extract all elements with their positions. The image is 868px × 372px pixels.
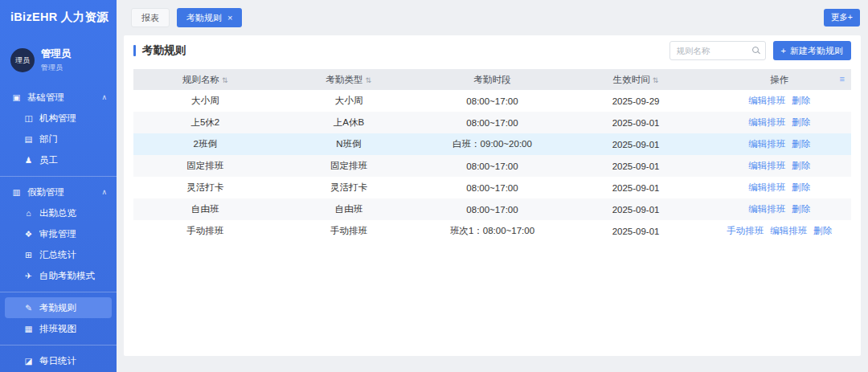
cell-period: 08:00~17:00 — [420, 155, 564, 177]
self-service-icon: ✈ — [23, 271, 35, 280]
cell-rule_name: 2班倒 — [133, 133, 277, 155]
sidebar-item-出勤总览[interactable]: ⌂出勤总览 — [0, 202, 117, 223]
rule-name-search-input[interactable] — [670, 42, 765, 59]
more-button[interactable]: 更多+ — [824, 9, 860, 27]
column-header-生效时间[interactable]: 生效时间⇅ — [564, 69, 708, 90]
sidebar-item-汇总统计[interactable]: ⊞汇总统计 — [0, 244, 117, 265]
sidebar-item-员工[interactable]: ♟员工 — [0, 149, 117, 170]
attendance-rules-table: 规则名称⇅考勤类型⇅考勤时段生效时间⇅操作≡ 大小周大小周08:00~17:00… — [133, 69, 851, 242]
action-link-编辑排班[interactable]: 编辑排班 — [748, 204, 785, 214]
sidebar-item-每日统计[interactable]: ◪每日统计 — [0, 350, 117, 371]
sort-icon[interactable]: ⇅ — [366, 76, 372, 84]
daily-stats-icon: ◪ — [23, 356, 35, 366]
cell-period: 班次1：08:00~17:00 — [420, 220, 564, 242]
sort-icon[interactable]: ⇅ — [222, 76, 228, 84]
table-wrap: 规则名称⇅考勤类型⇅考勤时段生效时间⇅操作≡ 大小周大小周08:00~17:00… — [124, 66, 861, 242]
cell-rule_name: 灵活打卡 — [133, 177, 277, 198]
sort-icon[interactable]: ⇅ — [653, 76, 659, 84]
action-link-删除[interactable]: 删除 — [813, 226, 832, 235]
cell-actions: 编辑排班删除 — [707, 133, 851, 155]
table-row[interactable]: 固定排班固定排班08:00~17:002025-09-01编辑排班删除 — [133, 155, 851, 177]
sidebar-item-机构管理[interactable]: ◫机构管理 — [0, 108, 117, 129]
sidebar-section: ▣基础管理∧◫机构管理▤部门♟员工 — [0, 84, 117, 173]
cell-period: 08:00~17:00 — [420, 177, 564, 198]
create-rule-label: 新建考勤规则 — [790, 45, 843, 57]
action-link-删除[interactable]: 删除 — [792, 182, 810, 192]
table-body: 大小周大小周08:00~17:002025-09-29编辑排班删除上5休2上A休… — [133, 90, 851, 242]
action-link-删除[interactable]: 删除 — [792, 139, 810, 149]
sidebar: iBizEHR 人力资源 理员 管理员 管理员 ▣基础管理∧◫机构管理▤部门♟员… — [0, 0, 117, 372]
table-row[interactable]: 大小周大小周08:00~17:002025-09-29编辑排班删除 — [133, 90, 851, 112]
user-profile: 理员 管理员 管理员 — [0, 25, 117, 73]
table-row[interactable]: 手动排班手动排班班次1：08:00~17:002025-09-01手动排班编辑排… — [133, 220, 851, 242]
id-card-icon: ▣ — [10, 92, 23, 102]
table-row[interactable]: 2班倒N班倒白班：09:00~20:002025-09-01编辑排班删除 — [133, 133, 851, 155]
search-icon[interactable] — [752, 47, 759, 53]
cell-actions: 编辑排班删除 — [707, 112, 851, 133]
column-settings-icon[interactable]: ≡ — [840, 74, 845, 84]
table-row[interactable]: 上5休2上A休B08:00~17:002025-09-01编辑排班删除 — [133, 112, 851, 133]
table-row[interactable]: 自由班自由班08:00~17:002025-09-01编辑排班删除 — [133, 198, 851, 220]
sidebar-item-考勤规则[interactable]: ✎考勤规则 — [5, 297, 112, 318]
user-name: 管理员 — [41, 47, 72, 61]
column-header-考勤类型[interactable]: 考勤类型⇅ — [277, 69, 421, 90]
action-link-删除[interactable]: 删除 — [792, 96, 810, 105]
action-link-删除[interactable]: 删除 — [792, 161, 810, 170]
content-card: 考勤规则 +新建考勤规则 规则名称⇅考勤类型⇅考勤时段生效时间⇅操作≡ — [124, 35, 861, 356]
tab-attendance-rules[interactable]: 考勤规则 × — [177, 8, 242, 27]
sidebar-item-部门[interactable]: ▤部门 — [0, 129, 117, 149]
avatar: 理员 — [10, 48, 35, 72]
action-link-编辑排班[interactable]: 编辑排班 — [748, 96, 785, 105]
action-link-编辑排班[interactable]: 编辑排班 — [748, 139, 785, 149]
action-link-编辑排班[interactable]: 编辑排班 — [748, 117, 785, 127]
action-link-手动排班[interactable]: 手动排班 — [727, 226, 764, 235]
cell-effective_date: 2025-09-01 — [564, 112, 708, 133]
sidebar-item-label: 审批管理 — [39, 228, 76, 240]
sidebar-item-label: 部门 — [39, 133, 58, 145]
sidebar-item-审批管理[interactable]: ❖审批管理 — [0, 223, 117, 244]
sidebar-section: ▥假勤管理∧⌂出勤总览❖审批管理⊞汇总统计✈自助考勤模式 — [0, 176, 117, 288]
chevron-up-icon[interactable]: ∧ — [101, 93, 107, 101]
cell-type: 手动排班 — [277, 220, 421, 242]
table-header-row: 规则名称⇅考勤类型⇅考勤时段生效时间⇅操作≡ — [133, 69, 851, 90]
plus-icon: + — [781, 46, 786, 55]
cell-rule_name: 大小周 — [133, 90, 277, 112]
column-header-考勤时段: 考勤时段 — [420, 69, 564, 90]
action-link-编辑排班[interactable]: 编辑排班 — [748, 161, 785, 170]
column-header-规则名称[interactable]: 规则名称⇅ — [133, 69, 277, 90]
sidebar-group-假勤管理[interactable]: ▥假勤管理∧ — [0, 182, 117, 202]
create-rule-button[interactable]: +新建考勤规则 — [773, 41, 851, 60]
cell-type: 大小周 — [277, 90, 421, 112]
sidebar-item-自助考勤模式[interactable]: ✈自助考勤模式 — [0, 265, 117, 286]
sidebar-item-label: 机构管理 — [39, 112, 76, 125]
chevron-up-icon[interactable]: ∧ — [101, 188, 107, 196]
cell-type: 固定排班 — [277, 155, 421, 177]
group-label: 基础管理 — [27, 92, 64, 104]
cell-type: 灵活打卡 — [277, 177, 421, 198]
action-link-编辑排班[interactable]: 编辑排班 — [770, 226, 807, 235]
tab-label: 报表 — [141, 12, 159, 24]
cell-period: 08:00~17:00 — [420, 90, 564, 112]
sidebar-item-label: 出勤总览 — [39, 207, 76, 219]
cell-period: 08:00~17:00 — [420, 198, 564, 220]
sidebar-item-排班视图[interactable]: ▦排班视图 — [0, 318, 117, 339]
cell-effective_date: 2025-09-01 — [564, 155, 708, 177]
cell-type: 上A休B — [277, 112, 421, 133]
cell-actions: 编辑排班删除 — [707, 155, 851, 177]
cell-effective_date: 2025-09-01 — [564, 133, 708, 155]
cell-type: N班倒 — [277, 133, 421, 155]
sidebar-menu: ▣基础管理∧◫机构管理▤部门♟员工▥假勤管理∧⌂出勤总览❖审批管理⊞汇总统计✈自… — [0, 84, 117, 372]
cell-rule_name: 上5休2 — [133, 112, 277, 133]
action-link-编辑排班[interactable]: 编辑排班 — [748, 182, 785, 192]
action-link-删除[interactable]: 删除 — [792, 204, 810, 214]
cell-effective_date: 2025-09-01 — [564, 198, 708, 220]
cell-actions: 编辑排班删除 — [707, 90, 851, 112]
cell-actions: 编辑排班删除 — [707, 177, 851, 198]
table-row[interactable]: 灵活打卡灵活打卡08:00~17:002025-09-01编辑排班删除 — [133, 177, 851, 198]
close-icon[interactable]: × — [227, 13, 232, 22]
action-link-删除[interactable]: 删除 — [792, 117, 810, 127]
app-title: iBizEHR 人力资源 — [0, 0, 117, 25]
sidebar-group-基础管理[interactable]: ▣基础管理∧ — [0, 87, 117, 108]
tab-report[interactable]: 报表 — [131, 8, 170, 27]
tab-label: 考勤规则 — [186, 12, 222, 24]
